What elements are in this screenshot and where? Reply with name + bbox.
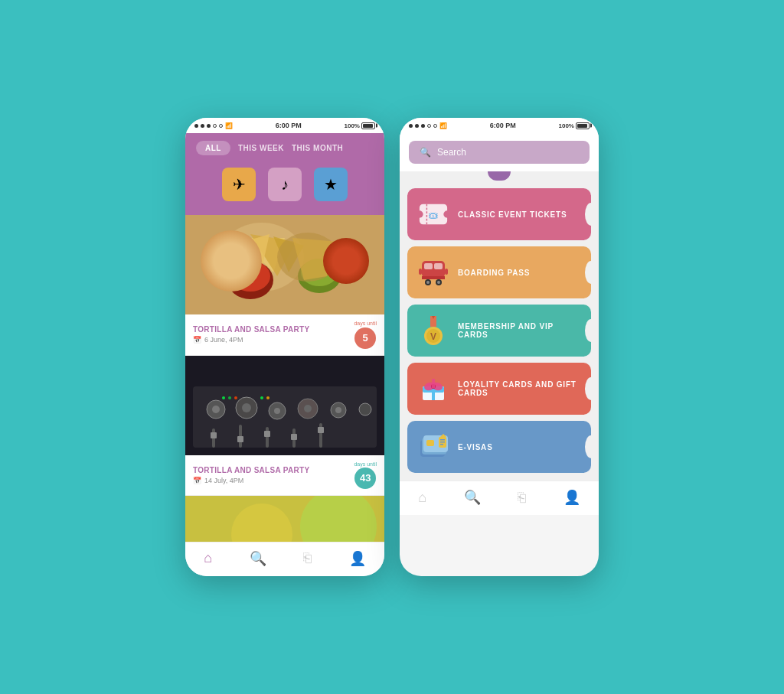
category-icons: ✈ ♪ ★ <box>196 165 374 204</box>
wifi-icon: 📶 <box>225 122 233 129</box>
svg-point-53 <box>426 281 430 284</box>
svg-rect-56 <box>419 269 422 275</box>
bottom-nav-right: ⌂ 🔍 ⎗ 👤 <box>400 481 599 515</box>
bus-icon <box>418 257 449 288</box>
signal-area-right: 📶 <box>409 122 447 129</box>
event-details-1: TORTILLA AND SALSA PARTY 📅 6 June, 4PM <box>193 325 309 344</box>
signal-dot-5 <box>219 124 223 128</box>
event-title-2: TORTILLA AND SALSA PARTY <box>193 466 309 474</box>
svg-point-39 <box>266 396 270 399</box>
filter-this-month[interactable]: THIS MONTH <box>292 144 343 152</box>
svg-point-38 <box>260 396 263 399</box>
category-classic-tickets[interactable]: 🎟 CLASSIC EVENT TICKETS <box>407 188 591 240</box>
svg-point-7 <box>230 261 270 292</box>
svg-point-36 <box>228 396 231 399</box>
right-phone: 📶 6:00 PM 100% 🔍 Search <box>400 118 599 576</box>
loyalty-label: LOYALITY CARDS AND GIFT CARDS <box>458 380 580 397</box>
svg-rect-76 <box>440 439 445 441</box>
svg-rect-69 <box>432 379 435 388</box>
music-ticket-icon[interactable]: ♪ <box>268 168 302 201</box>
signal-dot-3 <box>207 124 211 128</box>
signal-dot-4 <box>213 124 217 128</box>
r-signal-dot-2 <box>415 124 419 128</box>
category-evisas[interactable]: E-VISAS <box>407 421 591 473</box>
svg-point-35 <box>222 396 225 399</box>
nav-share-right[interactable]: ⎗ <box>518 490 526 506</box>
calendar-icon-1: 📅 <box>193 336 201 344</box>
battery-right: 100% <box>559 122 590 129</box>
r-signal-dot-5 <box>433 124 437 128</box>
category-boarding-pass[interactable]: BOARDING PASS <box>407 246 591 298</box>
dj-svg <box>185 356 384 455</box>
events-list: TORTILLA AND SALSA PARTY 📅 6 June, 4PM d… <box>185 215 384 542</box>
signal-area: 📶 <box>194 122 233 129</box>
nav-share-left[interactable]: ⎗ <box>303 550 312 566</box>
battery-icon-left <box>361 122 375 129</box>
food-svg <box>185 215 384 314</box>
days-label-2: days until <box>354 461 377 468</box>
music-symbol: ♪ <box>281 176 289 194</box>
nav-home-right[interactable]: ⌂ <box>418 490 426 506</box>
event-info-1: TORTILLA AND SALSA PARTY 📅 6 June, 4PM d… <box>185 314 384 355</box>
category-loyalty[interactable]: LOYALITY CARDS AND GIFT CARDS <box>407 363 591 415</box>
nav-search-right[interactable]: 🔍 <box>464 489 481 506</box>
left-phone: 📶 6:00 PM 100% ALL THIS WEEK THIS MONTH … <box>185 118 384 576</box>
svg-point-23 <box>335 407 341 413</box>
food-image <box>185 215 384 314</box>
svg-rect-30 <box>264 431 270 437</box>
medal-svg: V <box>421 316 446 345</box>
app-container: 📶 6:00 PM 100% ALL THIS WEEK THIS MONTH … <box>170 103 614 591</box>
r-signal-dot-4 <box>427 124 431 128</box>
svg-rect-29 <box>266 427 269 448</box>
categories-list: 🎟 CLASSIC EVENT TICKETS <box>400 181 599 481</box>
nav-home-left[interactable]: ⌂ <box>204 550 212 566</box>
svg-rect-49 <box>424 263 433 269</box>
filter-this-week[interactable]: THIS WEEK <box>238 144 284 152</box>
svg-point-21 <box>304 405 312 412</box>
bottom-nav-left: ⌂ 🔍 ⎗ 👤 <box>185 542 384 576</box>
battery-icon-right <box>576 122 590 129</box>
event-card-1[interactable]: TORTILLA AND SALSA PARTY 📅 6 June, 4PM d… <box>185 215 384 355</box>
event-date-2: 📅 14 July, 4PM <box>193 477 309 484</box>
gift-icon <box>418 373 449 404</box>
star-ticket-icon[interactable]: ★ <box>314 168 348 201</box>
svg-point-17 <box>242 403 251 412</box>
svg-rect-26 <box>211 432 217 438</box>
status-bar-left: 📶 6:00 PM 100% <box>185 118 384 133</box>
left-header: ALL THIS WEEK THIS MONTH ✈ ♪ ★ <box>185 133 384 215</box>
event-details-2: TORTILLA AND SALSA PARTY 📅 14 July, 4PM <box>193 466 309 484</box>
event-title-1: TORTILLA AND SALSA PARTY <box>193 325 309 334</box>
signal-dot-1 <box>194 124 198 128</box>
bus-svg <box>419 259 448 285</box>
r-signal-dot-3 <box>421 124 425 128</box>
medal-icon: V <box>418 315 449 346</box>
r-wifi-icon: 📶 <box>439 122 447 129</box>
purple-notch <box>488 171 511 181</box>
membership-label: MEMBERSHIP AND VIP CARDS <box>458 322 580 339</box>
yellow-svg <box>185 496 384 542</box>
plane-symbol: ✈ <box>233 175 246 194</box>
battery-left: 100% <box>345 122 375 129</box>
battery-fill-right <box>577 124 587 128</box>
svg-rect-32 <box>291 434 297 440</box>
yellow-preview <box>185 496 384 542</box>
calendar-icon-2: 📅 <box>193 477 201 484</box>
days-label-1: days until <box>354 321 377 327</box>
search-bar[interactable]: 🔍 Search <box>409 141 590 164</box>
event-card-2[interactable]: TORTILLA AND SALSA PARTY 📅 14 July, 4PM … <box>185 356 384 496</box>
nav-profile-left[interactable]: 👤 <box>349 550 366 567</box>
svg-point-19 <box>274 408 280 414</box>
category-membership[interactable]: V MEMBERSHIP AND VIP CARDS <box>407 305 591 357</box>
svg-rect-51 <box>422 276 445 279</box>
svg-text:V: V <box>430 331 436 342</box>
svg-rect-34 <box>318 427 324 433</box>
ticket-svg: 🎟 <box>418 202 449 226</box>
filter-all[interactable]: ALL <box>196 141 230 155</box>
nav-profile-right[interactable]: 👤 <box>564 489 580 506</box>
gift-svg <box>420 376 446 402</box>
star-symbol: ★ <box>324 175 338 194</box>
signal-dot-2 <box>201 124 204 128</box>
nav-search-left[interactable]: 🔍 <box>250 550 266 567</box>
plane-ticket-icon[interactable]: ✈ <box>222 168 256 201</box>
event-info-2: TORTILLA AND SALSA PARTY 📅 14 July, 4PM … <box>185 455 384 496</box>
